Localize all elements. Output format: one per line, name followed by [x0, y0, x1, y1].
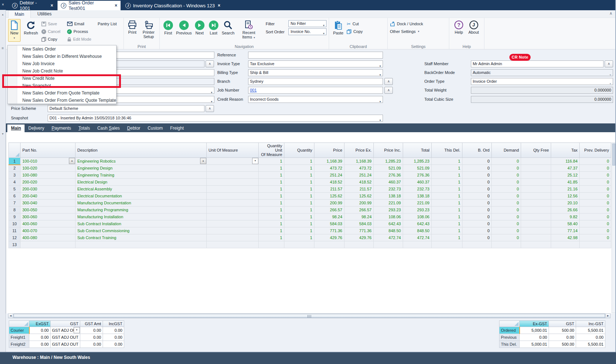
credit-reason-select[interactable]: Incorrect Goods▼: [248, 96, 383, 103]
cell-price-ex[interactable]: 266.57: [344, 207, 374, 213]
price-scheme-expand-button[interactable]: ∧: [206, 105, 214, 112]
row-number-cell[interactable]: 6: [9, 193, 21, 200]
first-button[interactable]: First: [162, 19, 174, 37]
row-number-cell[interactable]: 2: [9, 165, 21, 172]
email-button[interactable]: Email: [67, 21, 96, 27]
cell-spinner-up-icon[interactable]: ▲: [200, 158, 206, 164]
cell-qty-unit-of-measure[interactable]: 1: [259, 158, 284, 165]
cell-demand[interactable]: 0: [492, 158, 521, 165]
cell-price-inc[interactable]: 276.36: [374, 172, 403, 179]
mini-cell[interactable]: 5,000.01: [520, 327, 549, 334]
cell-this-del[interactable]: 1: [432, 227, 462, 234]
job-number-expand-button[interactable]: ∧: [384, 87, 393, 94]
cell-total[interactable]: 460.37: [403, 179, 432, 186]
cell-description[interactable]: Manufacturing Documentation: [75, 200, 207, 207]
menu-item-new-job-invoice[interactable]: New Job Invoice: [8, 60, 116, 67]
cell-unit-of-measure[interactable]: [207, 186, 259, 193]
close-tab-icon[interactable]: ×: [115, 3, 117, 8]
cell-tax[interactable]: [551, 241, 580, 248]
mini-row-header-ordered[interactable]: Ordered: [499, 327, 520, 334]
branch-expand-button[interactable]: ∧: [384, 78, 393, 85]
mini-cell[interactable]: 0.00: [29, 327, 51, 334]
cell-price[interactable]: 266.57: [314, 207, 344, 213]
mini-row-header-previous[interactable]: Previous: [499, 334, 520, 341]
cell-qty-unit-of-measure[interactable]: 1: [259, 193, 284, 200]
tab-debtor[interactable]: Debtor: [123, 125, 144, 132]
process-button[interactable]: ✓ Process: [67, 28, 96, 35]
cell-unit-of-measure[interactable]: [207, 241, 259, 248]
row-number-cell[interactable]: 10: [9, 220, 21, 227]
cell-prev-delivery[interactable]: 0: [580, 193, 611, 200]
cell-qty-unit-of-measure[interactable]: 1: [259, 172, 284, 179]
cell-qty-free[interactable]: [521, 158, 551, 165]
cell-price-inc[interactable]: 521.09: [374, 165, 403, 172]
cell-price[interactable]: 200.99: [314, 200, 344, 207]
cell-price-ex[interactable]: 771.36: [344, 227, 374, 234]
cell-price[interactable]: 251.24: [314, 172, 344, 179]
cell-price[interactable]: 429.76: [314, 234, 344, 241]
mini-cell[interactable]: 0.00: [103, 327, 124, 334]
cell-b-ord[interactable]: 0: [462, 227, 492, 234]
cell-qty-unit-of-measure[interactable]: 1: [259, 220, 284, 227]
mini-row-header-this-del-[interactable]: This Del.: [499, 341, 520, 348]
cell-description[interactable]: Electrical Documentation: [75, 193, 207, 200]
cell-part-no[interactable]: 200-020: [21, 179, 75, 186]
cell-tax[interactable]: 21.16: [551, 186, 580, 193]
cell-part-no[interactable]: 100-010▲: [21, 158, 75, 165]
about-button[interactable]: J About: [466, 19, 481, 36]
cell-price[interactable]: 98.24: [314, 213, 344, 220]
hscroll-right-icon[interactable]: ▶: [605, 314, 610, 318]
mini-combo-down-icon[interactable]: ▼: [74, 327, 80, 333]
cell-qty-free[interactable]: [521, 234, 551, 241]
cell-price[interactable]: 211.57: [314, 186, 344, 193]
cell-tax[interactable]: 26.66: [551, 207, 580, 213]
row-number-cell[interactable]: 9: [9, 213, 21, 220]
last-button[interactable]: Last: [207, 19, 220, 37]
menu-item-new-sales-order-from-generic-quote-template[interactable]: New Sales Order From Generic Quote Templ…: [8, 97, 116, 104]
ribbon-collapse-icon[interactable]: ∧: [609, 11, 612, 16]
job-number-field[interactable]: 001: [248, 87, 383, 94]
recent-items-button[interactable]: Recent Items ▼: [236, 19, 261, 41]
cut-button[interactable]: ✂ Cut: [347, 21, 369, 27]
tab-main[interactable]: Main: [7, 125, 25, 132]
cell-total[interactable]: 232.73: [403, 186, 432, 193]
cell-prev-delivery[interactable]: 0: [580, 200, 611, 207]
cell-demand[interactable]: 0: [492, 234, 521, 241]
cell-description[interactable]: Electrical Assembly: [75, 186, 207, 193]
cell-total[interactable]: 138.18: [403, 193, 432, 200]
cell-tax[interactable]: 58.40: [551, 220, 580, 227]
column-header-demand[interactable]: Demand: [492, 143, 521, 158]
cell-qty-unit-of-measure[interactable]: 1: [259, 186, 284, 193]
vscroll-thumb[interactable]: [612, 144, 615, 166]
cell-total[interactable]: 221.09: [403, 200, 432, 207]
cell-description[interactable]: Sub Contract Commissioning: [75, 227, 207, 234]
left-field-2-expand-button[interactable]: ∧: [206, 60, 214, 67]
cell-this-del[interactable]: 1: [432, 186, 462, 193]
cell-tax[interactable]: 116.84: [551, 158, 580, 165]
cell-description[interactable]: [75, 241, 207, 248]
cell-spinner-up-icon[interactable]: ▲: [69, 158, 75, 164]
cell-qty-unit-of-measure[interactable]: 1: [259, 200, 284, 207]
row-number-cell[interactable]: 12: [9, 234, 21, 241]
cell-price-inc[interactable]: 221.09: [374, 200, 403, 207]
other-settings-button[interactable]: Other Settings ▼: [390, 28, 445, 35]
cell-quantity[interactable]: 1: [284, 213, 314, 220]
mini-cell[interactable]: 0.00: [549, 334, 576, 341]
row-number-cell[interactable]: 3: [9, 172, 21, 179]
column-header-b-ord[interactable]: B. Ord: [462, 143, 492, 158]
mini-cell[interactable]: 5,000.01: [520, 341, 549, 348]
copy-record-button[interactable]: Copy: [41, 36, 66, 42]
cell-b-ord[interactable]: 0: [462, 172, 492, 179]
cell-description[interactable]: Manufacturing Installation: [75, 213, 207, 220]
refresh-button[interactable]: Refresh: [22, 19, 40, 37]
cell-part-no[interactable]: 400-060: [21, 220, 75, 227]
column-header-part-no-[interactable]: Part No.: [21, 143, 75, 158]
cell-description[interactable]: Sub Contract Training: [75, 234, 207, 241]
cell-price-inc[interactable]: 848.50: [374, 227, 403, 234]
cell-price-ex[interactable]: 251.24: [344, 172, 374, 179]
rail-scroll-down-icon[interactable]: ▼: [0, 133, 5, 135]
cell-description[interactable]: Engineering Robotics▲: [75, 158, 207, 165]
cell-tax[interactable]: 41.85: [551, 179, 580, 186]
mini-row-header-freight2[interactable]: Freight2: [9, 341, 29, 348]
cell-part-no[interactable]: 300-040: [21, 200, 75, 207]
